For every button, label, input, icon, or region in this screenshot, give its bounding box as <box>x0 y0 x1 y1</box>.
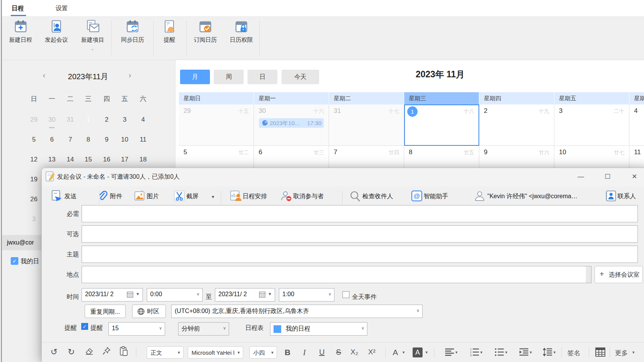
day-cell[interactable]: 31十七 <box>329 104 404 146</box>
minical-next-button[interactable]: › <box>124 71 136 80</box>
ribbon-button-start-meeting[interactable]: 发起会议 <box>36 20 76 44</box>
insert-table-button[interactable] <box>594 347 606 360</box>
ribbon-button-calendar-permission[interactable]: 日历权限 <box>221 20 261 44</box>
minical-day[interactable]: 5 <box>25 133 43 147</box>
bold-button[interactable]: B <box>285 348 290 357</box>
minical-day[interactable]: 29 <box>25 113 43 127</box>
paste-icon[interactable] <box>118 346 130 359</box>
minical-day[interactable]: 3 <box>116 113 134 127</box>
minical-day[interactable]: 16 <box>98 153 116 166</box>
view-button-week[interactable]: 周 <box>214 70 244 84</box>
timezone-combo[interactable]: (UTC+08:00) 北京,重庆,香港特别行政区,乌鲁木齐∨ <box>171 305 423 318</box>
start-time-combo[interactable]: 0:00∨ <box>147 288 203 302</box>
ribbon-button-reminder[interactable]: 提醒 <box>149 20 189 44</box>
minical-day[interactable]: 11 <box>134 133 152 147</box>
day-cell[interactable]: 29十五 <box>179 104 254 146</box>
ribbon-button-new-schedule[interactable]: 新建日程 <box>1 20 41 44</box>
view-button-month[interactable]: 月 <box>180 70 210 84</box>
minical-day[interactable]: 14 <box>61 153 79 166</box>
remind-checkbox[interactable]: ✓ <box>81 323 88 330</box>
more-button[interactable]: 更多 <box>615 349 628 357</box>
redo-icon[interactable]: ↻ <box>65 346 77 359</box>
chevron-down-icon[interactable]: ⌄ <box>91 46 94 51</box>
minical-day-today[interactable]: 1 <box>79 113 97 127</box>
ribbon-button-subscribe-calendar[interactable]: 订阅日历 <box>185 20 225 44</box>
minical-day[interactable]: 12 <box>25 153 43 166</box>
tab-schedule[interactable]: 日程 <box>11 5 24 13</box>
minical-day[interactable]: 9 <box>98 133 116 147</box>
remind-unit-combo[interactable]: 分钟前∨ <box>178 322 229 336</box>
day-cell[interactable]: 1十八 <box>404 104 479 146</box>
view-button-today[interactable]: 今天 <box>282 70 319 84</box>
minical-day[interactable]: 19 <box>25 173 43 186</box>
fontsize-combo[interactable]: 小四▼ <box>249 346 277 359</box>
choose-room-button[interactable]: +选择会议室 <box>595 266 643 283</box>
field-input-location[interactable] <box>82 266 592 283</box>
minical-day[interactable]: 15 <box>79 153 97 166</box>
minical-day[interactable]: 13 <box>43 153 61 166</box>
mycal-checkbox[interactable]: ✓ <box>11 257 18 265</box>
dropdown-arrow-icon[interactable]: ▼ <box>632 351 635 354</box>
calendar-table-combo[interactable]: 我的日程∨ <box>270 322 367 336</box>
minimize-button[interactable]: — <box>573 170 588 183</box>
dropdown-arrow-icon[interactable]: ▼ <box>455 351 458 354</box>
minical-day[interactable]: 6 <box>43 133 61 147</box>
field-input-required[interactable] <box>82 205 638 222</box>
ribbon-button-new-item[interactable]: 新建项目 <box>73 20 113 44</box>
field-input-optional[interactable] <box>82 225 638 243</box>
day-cell[interactable]: 30十六2023年10…17:30 <box>254 104 329 146</box>
signature-button[interactable]: 签名 <box>567 349 580 357</box>
highlight-color-button[interactable]: A <box>413 347 423 357</box>
maximize-button[interactable]: ☐ <box>600 170 615 183</box>
day-cell[interactable]: 3二十 <box>554 104 629 146</box>
align-button[interactable] <box>443 348 456 360</box>
dropdown-arrow-icon[interactable]: ▼ <box>529 351 533 354</box>
minical-day[interactable]: 7 <box>61 133 79 147</box>
format-painter-icon[interactable] <box>100 346 113 359</box>
line-spacing-button[interactable] <box>541 348 554 360</box>
dropdown-arrow-icon[interactable]: ▼ <box>402 351 405 354</box>
minical-day[interactable]: 18 <box>134 153 152 166</box>
minical-day[interactable]: 26 <box>25 192 43 206</box>
dropdown-arrow-icon[interactable]: ▼ <box>425 351 428 354</box>
strikethrough-button[interactable]: S <box>336 348 341 357</box>
eraser-icon[interactable] <box>83 346 95 359</box>
end-date-picker[interactable]: 2023/11/ 2▼ <box>215 288 275 302</box>
view-button-day[interactable]: 日 <box>247 70 277 84</box>
minical-day[interactable]: 10 <box>116 133 134 147</box>
end-time-combo[interactable]: 1:00∨ <box>279 288 334 302</box>
minical-day[interactable]: 17 <box>116 153 134 166</box>
calendar-event[interactable]: 2023年10…17:30 <box>259 118 324 128</box>
dropdown-arrow-icon[interactable]: ▼ <box>480 351 483 354</box>
minical-day[interactable]: 4 <box>134 113 152 127</box>
numbered-list-button[interactable]: 123 <box>468 348 480 360</box>
minical-day[interactable]: 3 <box>25 212 43 226</box>
ribbon-button-sync-calendar[interactable]: 同步日历 <box>113 20 152 44</box>
italic-button[interactable]: I <box>303 348 306 357</box>
day-cell[interactable]: 2十九 <box>479 104 554 146</box>
font-combo[interactable]: Microsoft YaHei l▼ <box>188 346 243 359</box>
close-button[interactable]: ✕ <box>627 170 642 183</box>
dropdown-arrow-icon[interactable]: ▼ <box>505 351 508 354</box>
allday-checkbox[interactable] <box>342 291 349 298</box>
remind-value-combo[interactable]: 15∨ <box>108 322 165 336</box>
minical-day[interactable]: 8 <box>79 133 97 147</box>
font-color-button[interactable]: A <box>393 348 398 357</box>
underline-button[interactable]: U <box>319 348 324 357</box>
day-cell[interactable]: 4 <box>629 104 644 146</box>
start-date-picker[interactable]: 2023/11/ 2▼ <box>82 288 143 302</box>
screenshot-dropdown-arrow[interactable]: ▼ <box>211 195 215 199</box>
minical-day[interactable]: 31 <box>61 113 79 127</box>
field-input-subject[interactable] <box>82 246 638 263</box>
repeat-button[interactable]: 重复周期... <box>85 305 126 318</box>
paragraph-combo[interactable]: 正文▼ <box>147 346 184 359</box>
minical-day[interactable]: 2 <box>98 113 116 127</box>
undo-icon[interactable]: ↺ <box>48 346 60 359</box>
tab-settings[interactable]: 设置 <box>56 5 68 13</box>
timezone-button[interactable]: 时区 <box>132 305 166 318</box>
dropdown-arrow-icon[interactable]: ▼ <box>553 351 556 354</box>
minical-day[interactable]: 30 <box>43 113 61 127</box>
location-scroll-strip[interactable] <box>586 266 591 283</box>
indent-button[interactable] <box>518 348 530 360</box>
superscript-button[interactable]: X² <box>368 348 375 356</box>
